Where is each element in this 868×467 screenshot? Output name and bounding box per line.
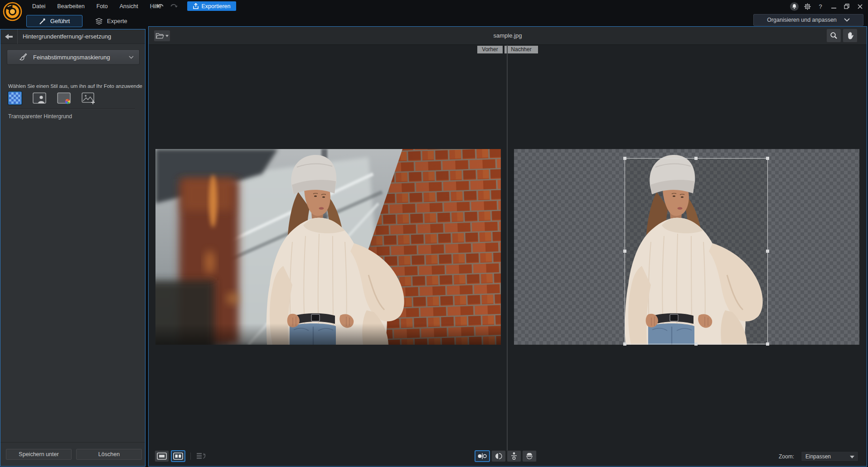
style-options (8, 91, 95, 105)
menu-item-bearbeiten[interactable]: Bearbeiten (51, 0, 90, 13)
compare-side-by-side-button[interactable] (475, 450, 490, 462)
sidebar-header: Hintergrundentfernung/-ersetzung (0, 29, 145, 44)
selection-handle[interactable] (623, 342, 626, 346)
titlebar: Datei Bearbeiten Foto Ansicht Hilfe Expo… (0, 0, 868, 13)
arrow-left-icon (5, 33, 13, 40)
restore-icon (844, 4, 849, 9)
canvas-footer: Zoom: Einpassen (149, 449, 867, 466)
notifications-button[interactable] (790, 2, 799, 11)
style-blur-background[interactable] (33, 91, 46, 105)
minimize-icon (831, 4, 836, 9)
panel-divider (507, 45, 508, 456)
canvas-header: sample.jpg (149, 27, 867, 45)
settings-button[interactable] (803, 2, 812, 11)
redo-button[interactable] (169, 2, 179, 11)
selection-box[interactable] (625, 158, 768, 344)
filename-label: sample.jpg (149, 32, 867, 39)
footer-divider (190, 453, 191, 460)
style-hint: Wählen Sie einen Stil aus, um ihn auf Ih… (8, 83, 142, 89)
back-button[interactable] (0, 29, 18, 44)
single-view-icon (157, 453, 167, 460)
layers-icon (95, 18, 103, 25)
before-label[interactable]: Vorher (477, 46, 503, 53)
selection-handle[interactable] (623, 250, 626, 253)
undo-button[interactable] (155, 2, 165, 11)
compare-top-bottom-button[interactable] (507, 450, 521, 462)
copy-adjustments-button[interactable] (195, 451, 209, 462)
split-view-icon (173, 453, 183, 460)
editor-canvas: sample.jpg Vorher Nachher (148, 26, 867, 467)
style-custom-image[interactable] (82, 91, 95, 105)
compare-split-top-bottom-button[interactable] (522, 450, 537, 462)
magic-wand-icon (39, 18, 46, 25)
compare-split-top-bottom-icon (525, 453, 533, 459)
zoom-select[interactable]: Einpassen (801, 451, 858, 462)
compare-side-by-side-icon (477, 453, 487, 459)
pan-tool-button[interactable] (843, 29, 858, 43)
tab-experte[interactable]: Experte (89, 15, 134, 27)
tab-gefuehrt-label: Geführt (50, 18, 70, 24)
split-view-button[interactable] (171, 450, 185, 462)
compare-top-bottom-icon (511, 452, 517, 460)
compare-split-left-right-button[interactable] (491, 450, 506, 462)
close-icon (858, 4, 863, 9)
menu-item-foto[interactable]: Foto (91, 0, 114, 13)
gear-icon (804, 3, 811, 10)
photodirector-logo (2, 1, 23, 22)
zoom-label: Zoom: (779, 453, 794, 460)
menu-item-datei[interactable]: Datei (26, 0, 51, 13)
help-button[interactable]: ? (816, 2, 825, 11)
titlebar-separator (151, 3, 151, 10)
guided-sidebar: Hintergrundentfernung/-ersetzung Feinabs… (0, 29, 145, 467)
restore-button[interactable] (842, 2, 851, 11)
after-photo[interactable] (514, 149, 859, 345)
style-transparent-background[interactable] (8, 91, 22, 105)
copy-adjustments-icon (196, 452, 207, 460)
export-icon (193, 3, 199, 9)
organize-label: Organisieren und anpassen (767, 17, 837, 23)
sidebar-title: Hintergrundentfernung/-ersetzung (18, 33, 111, 40)
after-label[interactable]: Nachher (504, 46, 538, 53)
export-button[interactable]: Exportieren (187, 1, 236, 11)
sidebar-body: Feinabstimmungsmaskierung Wählen Sie ein… (0, 44, 145, 442)
zoom-value: Einpassen (805, 453, 831, 460)
photodirector-window: { "titlebar": { "menu": ["Datei", "Bearb… (0, 0, 868, 467)
selection-handle[interactable] (623, 157, 626, 160)
compare-labels: Vorher Nachher (477, 46, 538, 53)
chevron-down-icon (844, 18, 850, 22)
close-button[interactable] (855, 2, 864, 11)
sidebar-divider (8, 108, 135, 109)
selected-style-label: Transparenter Hintergrund (8, 113, 72, 120)
compare-split-left-right-icon (495, 453, 502, 459)
chevron-down-icon (129, 56, 134, 59)
before-photo[interactable] (155, 149, 501, 345)
export-label: Exportieren (202, 3, 231, 10)
selection-handle[interactable] (766, 342, 769, 346)
style-color-background[interactable] (57, 91, 71, 105)
selection-handle[interactable] (766, 157, 769, 160)
delete-button[interactable]: Löschen (76, 449, 142, 460)
bell-icon (790, 2, 799, 11)
menu-item-ansicht[interactable]: Ansicht (114, 0, 144, 13)
sidebar-footer: Speichern unter Löschen (0, 442, 145, 466)
undo-icon (156, 3, 164, 10)
dropdown-arrow-icon (850, 456, 854, 458)
window-controls: ? (790, 0, 864, 13)
save-as-button[interactable]: Speichern unter (6, 449, 72, 460)
mask-tool-label: Feinabstimmungsmaskierung (33, 54, 110, 61)
single-view-button[interactable] (155, 450, 169, 462)
selection-handle[interactable] (766, 250, 769, 253)
minimize-button[interactable] (829, 2, 838, 11)
tab-experte-label: Experte (107, 18, 127, 24)
menu-bar: Datei Bearbeiten Foto Ansicht Hilfe (26, 0, 167, 13)
redo-icon (170, 3, 178, 10)
zoom-tool-button[interactable] (826, 29, 841, 43)
mask-tool-dropdown[interactable]: Feinabstimmungsmaskierung (7, 49, 140, 65)
hand-icon (847, 32, 854, 39)
tab-gefuehrt[interactable]: Geführt (26, 15, 82, 27)
brush-icon (19, 53, 27, 61)
selection-handle[interactable] (694, 342, 698, 346)
magnifier-icon (830, 32, 838, 39)
selection-handle[interactable] (694, 157, 698, 160)
organize-dropdown[interactable]: Organisieren und anpassen (753, 14, 863, 26)
